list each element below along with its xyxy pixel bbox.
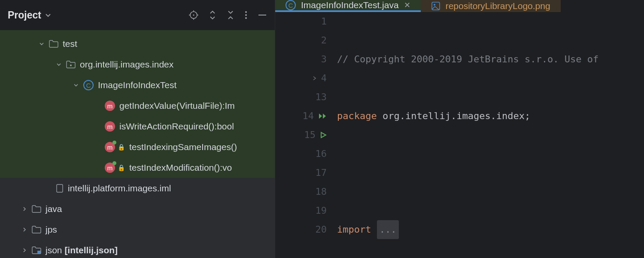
chevron-down-icon: [56, 61, 62, 68]
tree-label: testIndexingSameImages(): [129, 142, 237, 152]
close-icon[interactable]: ✕: [404, 0, 410, 10]
tree-label: jps: [46, 224, 57, 235]
gutter-line: 2: [275, 31, 330, 50]
svg-point-6: [245, 11, 247, 13]
tree-method-test[interactable]: m 🔒 testIndexModification():vo: [0, 157, 275, 178]
tree-label: test: [63, 39, 77, 49]
lock-icon: 🔒: [118, 144, 125, 150]
tree-class[interactable]: C ImageInfoIndexTest: [0, 75, 275, 95]
code-content[interactable]: // Copyright 2000-2019 JetBrains s.r.o. …: [335, 12, 644, 258]
project-title[interactable]: Project: [8, 9, 52, 21]
tree-folder-jps[interactable]: jps: [0, 219, 275, 240]
chevron-down-icon: [45, 12, 52, 18]
gutter-line: 1: [275, 12, 330, 31]
folder-icon: [32, 226, 41, 233]
tab-label: ImageInfoIndexTest.java: [301, 0, 399, 10]
tree-label: json [intellij.json]: [46, 245, 118, 255]
svg-point-7: [245, 14, 247, 16]
project-panel: Project test org.intellij.images.index C…: [0, 0, 275, 258]
gutter-line: 14: [275, 107, 330, 126]
gutter-line: 16: [275, 144, 330, 163]
tree-package[interactable]: org.intellij.images.index: [0, 54, 275, 75]
gutter-line: 20: [275, 220, 330, 239]
tree-label: ImageInfoIndexTest: [98, 80, 176, 90]
expand-icon[interactable]: [209, 10, 216, 20]
class-icon: C: [83, 80, 94, 90]
more-icon[interactable]: [245, 10, 247, 20]
image-icon: [431, 1, 440, 11]
project-header: Project: [0, 0, 275, 30]
tree-bottom-section: intellij.platform.images.iml java jps js…: [0, 178, 275, 258]
tree-folder-json[interactable]: json [intellij.json]: [0, 240, 275, 258]
tree-file-iml[interactable]: intellij.platform.images.iml: [0, 178, 275, 199]
package-icon: [66, 61, 76, 68]
method-icon: m: [105, 121, 115, 132]
tree-label: java: [46, 204, 62, 214]
svg-point-1: [193, 15, 194, 16]
collapse-icon[interactable]: [227, 10, 234, 20]
tree-folder-java[interactable]: java: [0, 199, 275, 219]
minimize-icon[interactable]: [258, 10, 267, 20]
target-icon[interactable]: [189, 10, 198, 20]
gutter: 1 2 3 4 13 14 15 16 17 18 19 20: [275, 12, 335, 258]
class-icon: C: [286, 0, 296, 10]
method-icon: m: [105, 101, 115, 111]
svg-rect-12: [37, 251, 40, 254]
gutter-line: 17: [275, 163, 330, 182]
gutter-line: 19: [275, 201, 330, 220]
gutter-line: 3: [275, 50, 330, 69]
project-header-actions: [189, 10, 267, 20]
lock-icon: 🔒: [118, 164, 125, 171]
folder-icon: [49, 40, 58, 48]
svg-rect-11: [57, 184, 63, 192]
module-folder-icon: [32, 246, 41, 254]
chevron-right-icon: [21, 206, 27, 212]
fold-indicator[interactable]: ...: [377, 220, 399, 239]
test-method-icon: m: [105, 163, 115, 173]
tree-label: org.intellij.images.index: [80, 59, 173, 70]
chevron-down-icon: [39, 41, 45, 47]
tree-folder-test[interactable]: test: [0, 34, 275, 54]
tree-method[interactable]: m isWriteActionRequired():bool: [0, 116, 275, 137]
chevron-right-icon[interactable]: [312, 76, 317, 81]
project-tree: test org.intellij.images.index C ImageIn…: [0, 30, 275, 258]
gutter-line: 13: [275, 88, 330, 107]
tab-inactive-image[interactable]: repositoryLibraryLogo.png: [421, 0, 561, 12]
chevron-right-icon: [21, 247, 27, 253]
svg-point-10: [70, 64, 72, 66]
project-title-label: Project: [8, 9, 41, 21]
editor-area: C ImageInfoIndexTest.java ✕ repositoryLi…: [275, 0, 644, 258]
chevron-right-icon: [21, 227, 27, 233]
test-method-icon: m: [105, 142, 115, 152]
file-icon: [56, 184, 64, 193]
svg-point-8: [245, 17, 247, 19]
tree-method-test[interactable]: m 🔒 testIndexingSameImages(): [0, 137, 275, 157]
tab-active-java[interactable]: C ImageInfoIndexTest.java ✕: [275, 0, 421, 12]
gutter-line: 18: [275, 182, 330, 201]
tree-label: isWriteActionRequired():bool: [119, 121, 234, 132]
tree-method[interactable]: m getIndexValue(VirtualFile):Im: [0, 95, 275, 116]
editor-tabs: C ImageInfoIndexTest.java ✕ repositoryLi…: [275, 0, 644, 12]
code-editor[interactable]: 1 2 3 4 13 14 15 16 17 18 19 20 // Copyr…: [275, 12, 644, 258]
tree-label: intellij.platform.images.iml: [68, 183, 171, 194]
run-double-icon[interactable]: [318, 113, 327, 120]
tree-label: testIndexModification():vo: [129, 163, 232, 173]
gutter-line: 15: [275, 126, 330, 144]
folder-icon: [32, 205, 41, 213]
tab-label: repositoryLibraryLogo.png: [446, 1, 550, 11]
run-icon[interactable]: [320, 132, 327, 138]
chevron-down-icon: [73, 82, 79, 88]
gutter-line: 4: [275, 69, 330, 88]
tree-label: getIndexValue(VirtualFile):Im: [119, 101, 235, 111]
svg-point-14: [434, 4, 435, 6]
